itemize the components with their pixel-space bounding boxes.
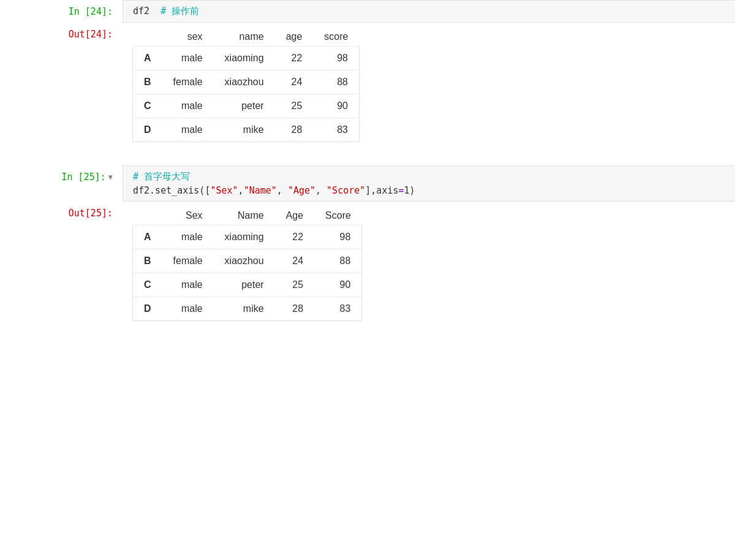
cell-score: 90 [313,94,359,118]
cell-25-output-content: Sex Name Age Score A male xiaoming 22 98 [123,202,735,326]
cell-name: mike [214,297,275,321]
cell-sex: male [162,273,214,297]
cell-name: peter [214,94,275,118]
cell-25-prompt-area: In [25]: ▼ [0,165,123,187]
cell-sex: male [162,94,214,118]
cell-25-output-prompt: Out[25]: [0,202,123,224]
col-header-age: age [275,28,314,47]
table-24: sex name age score A male xiaoming 22 98 [132,28,360,142]
table-row: C male peter 25 90 [133,273,362,297]
cell-25-output: Out[25]: Sex Name Age Score A male [0,202,735,326]
cell-score: 90 [314,273,362,297]
cell-name: xiaoming [214,225,275,249]
table-row: C male peter 25 90 [133,94,360,118]
code-equals: = [399,185,404,196]
table-row: A male xiaoming 22 98 [133,225,362,249]
cell-sex: female [162,70,214,94]
code-axis-param: ],axis [365,185,398,196]
code-str-age: "Age" [288,185,315,196]
cell-name: xiaoming [214,47,275,70]
row-index: D [133,297,162,321]
row-index: C [133,273,162,297]
cell-score: 83 [313,118,359,142]
row-index: B [133,249,162,273]
table-25: Sex Name Age Score A male xiaoming 22 98 [132,206,362,321]
code-1: 1) [404,185,415,196]
code-line-1: # 首字母大写 [133,171,725,183]
cell-score: 98 [314,225,362,249]
code-set-axis-start: df2.set_axis([ [133,185,210,196]
code-str-name: "Name" [244,185,277,196]
col-header-sex: sex [162,28,214,47]
col-header-index-25 [133,206,162,225]
cell-25-input: In [25]: ▼ # 首字母大写 df2.set_axis(["Sex","… [0,165,735,202]
col-header-Score: Score [314,206,362,225]
cell-sex: male [162,118,214,142]
cell-sex: male [162,47,214,70]
cell-name: peter [214,273,275,297]
cell-score: 98 [313,47,359,70]
cell-24-prompt: In [24]: [0,0,123,22]
cell-name: xiaozhou [214,70,275,94]
cell-sex: female [162,249,214,273]
row-index: C [133,94,162,118]
cell-24-input: In [24]: df2 # 操作前 [0,0,735,23]
cell-age: 24 [275,70,314,94]
cell-score: 83 [314,297,362,321]
cell-sex: male [162,225,214,249]
row-index: B [133,70,162,94]
cell-age: 25 [275,94,314,118]
code-comma-3: , [315,185,326,196]
cell-age: 25 [275,273,314,297]
row-index: A [133,47,162,70]
row-index: A [133,225,162,249]
dropdown-arrow-icon[interactable]: ▼ [108,173,113,181]
col-header-score: score [313,28,359,47]
cell-24-code[interactable]: df2 # 操作前 [123,0,735,23]
cell-25-code[interactable]: # 首字母大写 df2.set_axis(["Sex","Name", "Age… [123,165,735,202]
cell-name: xiaozhou [214,249,275,273]
table-row: A male xiaoming 22 98 [133,47,360,70]
col-header-Sex: Sex [162,206,214,225]
code-comma-2: , [277,185,288,196]
col-header-name: name [214,28,275,47]
code-str-score: "Score" [326,185,365,196]
table-row: D male mike 28 83 [133,297,362,321]
code-comment-24: # 操作前 [149,6,199,17]
cell-age: 22 [275,47,314,70]
cell-age: 28 [275,297,314,321]
code-comment-25: # 首字母大写 [133,171,190,182]
cell-sex: male [162,297,214,321]
row-index: D [133,118,162,142]
cell-24-output-prompt: Out[24]: [0,23,123,45]
col-header-index [133,28,162,47]
table-row: B female xiaozhou 24 88 [133,249,362,273]
table-row: D male mike 28 83 [133,118,360,142]
cell-name: mike [214,118,275,142]
code-str-sex: "Sex" [210,185,238,196]
cell-score: 88 [313,70,359,94]
table-row: B female xiaozhou 24 88 [133,70,360,94]
spacer [0,147,735,165]
cell-25-prompt-text: In [25]: [62,172,106,183]
cell-age: 22 [275,225,314,249]
cell-age: 28 [275,118,314,142]
col-header-Age: Age [275,206,314,225]
cell-24-output-content: sex name age score A male xiaoming 22 98 [123,23,735,147]
cell-score: 88 [314,249,362,273]
code-df2: df2 [133,6,149,17]
code-comma-1: , [238,185,244,196]
cell-24-output: Out[24]: sex name age score A male [0,23,735,147]
col-header-Name: Name [214,206,275,225]
cell-age: 24 [275,249,314,273]
code-line-2: df2.set_axis(["Sex","Name", "Age", "Scor… [133,185,725,196]
notebook: In [24]: df2 # 操作前 Out[24]: sex name age… [0,0,735,560]
